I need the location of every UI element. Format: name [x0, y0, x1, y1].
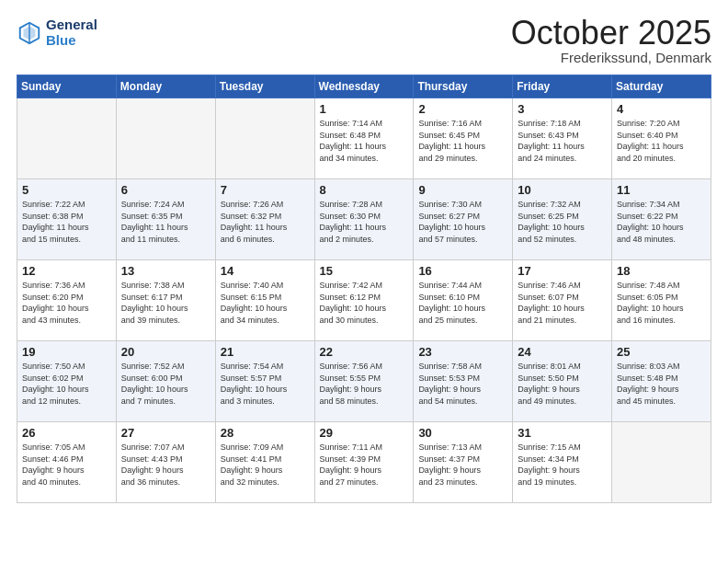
day-info: Sunrise: 7:42 AM Sunset: 6:12 PM Dayligh…	[320, 280, 409, 326]
day-info: Sunrise: 7:22 AM Sunset: 6:38 PM Dayligh…	[22, 199, 111, 245]
day-cell	[215, 98, 314, 179]
day-info: Sunrise: 7:56 AM Sunset: 5:55 PM Dayligh…	[320, 361, 409, 407]
header-cell-sunday: Sunday	[17, 75, 117, 98]
day-cell: 9Sunrise: 7:30 AM Sunset: 6:27 PM Daylig…	[414, 179, 513, 260]
day-number: 22	[320, 345, 409, 359]
header-cell-saturday: Saturday	[612, 75, 711, 98]
month-title: October 2025	[511, 17, 711, 50]
day-cell: 29Sunrise: 7:11 AM Sunset: 4:39 PM Dayli…	[314, 422, 414, 503]
day-number: 31	[518, 426, 607, 440]
logo-icon	[17, 19, 42, 45]
day-cell: 24Sunrise: 8:01 AM Sunset: 5:50 PM Dayli…	[513, 341, 612, 422]
calendar-table: SundayMondayTuesdayWednesdayThursdayFrid…	[17, 75, 711, 503]
day-cell: 15Sunrise: 7:42 AM Sunset: 6:12 PM Dayli…	[314, 260, 414, 341]
week-row-3: 12Sunrise: 7:36 AM Sunset: 6:20 PM Dayli…	[17, 260, 711, 341]
day-number: 8	[320, 183, 409, 197]
day-info: Sunrise: 7:36 AM Sunset: 6:20 PM Dayligh…	[22, 280, 111, 326]
day-cell: 31Sunrise: 7:15 AM Sunset: 4:34 PM Dayli…	[513, 422, 612, 503]
day-number: 11	[617, 183, 706, 197]
title-section: October 2025 Frederikssund, Denmark	[511, 17, 711, 65]
day-cell: 11Sunrise: 7:34 AM Sunset: 6:22 PM Dayli…	[612, 179, 711, 260]
day-info: Sunrise: 7:05 AM Sunset: 4:46 PM Dayligh…	[22, 442, 111, 488]
day-info: Sunrise: 7:16 AM Sunset: 6:45 PM Dayligh…	[418, 118, 507, 164]
header-row: SundayMondayTuesdayWednesdayThursdayFrid…	[17, 75, 711, 98]
header-cell-thursday: Thursday	[414, 75, 513, 98]
day-number: 25	[617, 345, 706, 359]
day-info: Sunrise: 8:03 AM Sunset: 5:48 PM Dayligh…	[617, 361, 706, 407]
day-number: 16	[418, 264, 507, 278]
day-cell: 30Sunrise: 7:13 AM Sunset: 4:37 PM Dayli…	[414, 422, 513, 503]
day-cell	[612, 422, 711, 503]
week-row-1: 1Sunrise: 7:14 AM Sunset: 6:48 PM Daylig…	[17, 98, 711, 179]
day-cell: 21Sunrise: 7:54 AM Sunset: 5:57 PM Dayli…	[215, 341, 314, 422]
header-cell-monday: Monday	[116, 75, 215, 98]
day-number: 2	[418, 102, 507, 116]
day-number: 15	[320, 264, 409, 278]
day-number: 6	[121, 183, 210, 197]
day-number: 24	[518, 345, 607, 359]
day-number: 7	[221, 183, 310, 197]
day-cell: 4Sunrise: 7:20 AM Sunset: 6:40 PM Daylig…	[612, 98, 711, 179]
day-number: 5	[22, 183, 111, 197]
day-cell: 27Sunrise: 7:07 AM Sunset: 4:43 PM Dayli…	[116, 422, 215, 503]
day-info: Sunrise: 7:52 AM Sunset: 6:00 PM Dayligh…	[121, 361, 210, 407]
day-number: 27	[121, 426, 210, 440]
header-cell-tuesday: Tuesday	[215, 75, 314, 98]
day-number: 9	[418, 183, 507, 197]
day-cell: 13Sunrise: 7:38 AM Sunset: 6:17 PM Dayli…	[116, 260, 215, 341]
day-info: Sunrise: 7:34 AM Sunset: 6:22 PM Dayligh…	[617, 199, 706, 245]
day-cell: 18Sunrise: 7:48 AM Sunset: 6:05 PM Dayli…	[612, 260, 711, 341]
day-info: Sunrise: 7:44 AM Sunset: 6:10 PM Dayligh…	[418, 280, 507, 326]
day-number: 19	[22, 345, 111, 359]
day-number: 28	[221, 426, 310, 440]
day-cell: 8Sunrise: 7:28 AM Sunset: 6:30 PM Daylig…	[314, 179, 414, 260]
day-cell: 1Sunrise: 7:14 AM Sunset: 6:48 PM Daylig…	[314, 98, 414, 179]
page: General Blue October 2025 Frederikssund,…	[0, 0, 728, 563]
day-cell: 26Sunrise: 7:05 AM Sunset: 4:46 PM Dayli…	[17, 422, 117, 503]
day-info: Sunrise: 7:20 AM Sunset: 6:40 PM Dayligh…	[617, 118, 706, 164]
week-row-5: 26Sunrise: 7:05 AM Sunset: 4:46 PM Dayli…	[17, 422, 711, 503]
day-number: 4	[617, 102, 706, 116]
day-info: Sunrise: 7:14 AM Sunset: 6:48 PM Dayligh…	[320, 118, 409, 164]
day-number: 26	[22, 426, 111, 440]
day-info: Sunrise: 7:13 AM Sunset: 4:37 PM Dayligh…	[418, 442, 507, 488]
day-cell: 20Sunrise: 7:52 AM Sunset: 6:00 PM Dayli…	[116, 341, 215, 422]
day-cell: 10Sunrise: 7:32 AM Sunset: 6:25 PM Dayli…	[513, 179, 612, 260]
day-cell: 7Sunrise: 7:26 AM Sunset: 6:32 PM Daylig…	[215, 179, 314, 260]
day-cell: 19Sunrise: 7:50 AM Sunset: 6:02 PM Dayli…	[17, 341, 117, 422]
top-section: General Blue October 2025 Frederikssund,…	[17, 17, 711, 65]
day-cell: 2Sunrise: 7:16 AM Sunset: 6:45 PM Daylig…	[414, 98, 513, 179]
day-number: 14	[221, 264, 310, 278]
day-cell: 28Sunrise: 7:09 AM Sunset: 4:41 PM Dayli…	[215, 422, 314, 503]
day-cell	[17, 98, 117, 179]
day-number: 10	[518, 183, 607, 197]
day-cell	[116, 98, 215, 179]
day-info: Sunrise: 7:32 AM Sunset: 6:25 PM Dayligh…	[518, 199, 607, 245]
day-info: Sunrise: 7:09 AM Sunset: 4:41 PM Dayligh…	[221, 442, 310, 488]
day-number: 17	[518, 264, 607, 278]
day-number: 23	[418, 345, 507, 359]
day-cell: 6Sunrise: 7:24 AM Sunset: 6:35 PM Daylig…	[116, 179, 215, 260]
day-cell: 25Sunrise: 8:03 AM Sunset: 5:48 PM Dayli…	[612, 341, 711, 422]
day-number: 12	[22, 264, 111, 278]
day-number: 3	[518, 102, 607, 116]
day-info: Sunrise: 7:38 AM Sunset: 6:17 PM Dayligh…	[121, 280, 210, 326]
day-number: 13	[121, 264, 210, 278]
day-info: Sunrise: 8:01 AM Sunset: 5:50 PM Dayligh…	[518, 361, 607, 407]
day-number: 1	[320, 102, 409, 116]
day-cell: 22Sunrise: 7:56 AM Sunset: 5:55 PM Dayli…	[314, 341, 414, 422]
day-info: Sunrise: 7:11 AM Sunset: 4:39 PM Dayligh…	[320, 442, 409, 488]
day-info: Sunrise: 7:54 AM Sunset: 5:57 PM Dayligh…	[221, 361, 310, 407]
day-cell: 17Sunrise: 7:46 AM Sunset: 6:07 PM Dayli…	[513, 260, 612, 341]
day-cell: 16Sunrise: 7:44 AM Sunset: 6:10 PM Dayli…	[414, 260, 513, 341]
day-info: Sunrise: 7:40 AM Sunset: 6:15 PM Dayligh…	[221, 280, 310, 326]
day-info: Sunrise: 7:50 AM Sunset: 6:02 PM Dayligh…	[22, 361, 111, 407]
day-info: Sunrise: 7:07 AM Sunset: 4:43 PM Dayligh…	[121, 442, 210, 488]
header-cell-friday: Friday	[513, 75, 612, 98]
day-info: Sunrise: 7:30 AM Sunset: 6:27 PM Dayligh…	[418, 199, 507, 245]
day-info: Sunrise: 7:28 AM Sunset: 6:30 PM Dayligh…	[320, 199, 409, 245]
day-number: 21	[221, 345, 310, 359]
logo-text: General Blue	[46, 17, 97, 49]
day-info: Sunrise: 7:46 AM Sunset: 6:07 PM Dayligh…	[518, 280, 607, 326]
day-cell: 14Sunrise: 7:40 AM Sunset: 6:15 PM Dayli…	[215, 260, 314, 341]
